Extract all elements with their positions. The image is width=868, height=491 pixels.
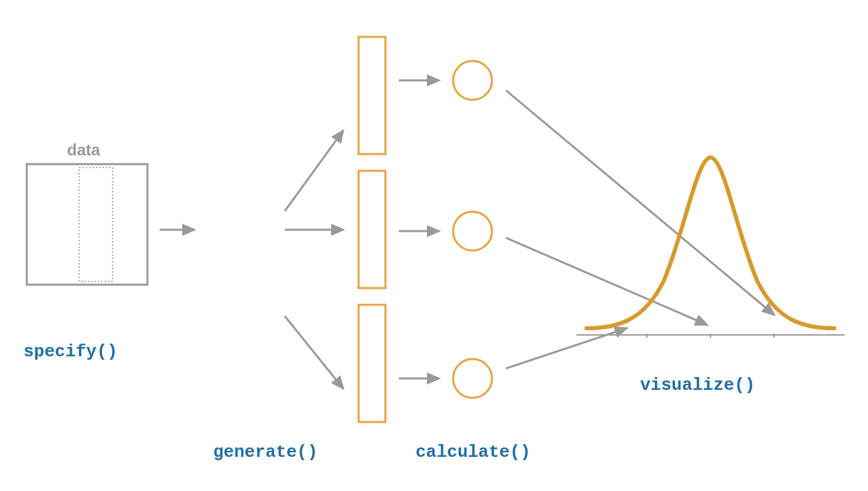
pipeline-diagram <box>0 0 868 491</box>
stat-circle-2 <box>453 212 492 251</box>
arrow-gen-top <box>285 131 343 211</box>
arrow-viz-mid <box>506 238 707 325</box>
svg-rect-1 <box>27 164 147 285</box>
sample-rect-1 <box>359 37 385 154</box>
specify-label: specify() <box>23 342 117 362</box>
arrow-gen-bot <box>285 316 343 389</box>
data-label: data <box>67 141 100 159</box>
visualize-label: visualize() <box>640 375 755 395</box>
bell-curve <box>586 157 834 328</box>
stat-circle-3 <box>453 359 492 398</box>
stat-circle-1 <box>453 61 492 100</box>
arrow-viz-top <box>506 90 774 315</box>
svg-rect-2 <box>79 167 113 281</box>
sample-rect-3 <box>359 305 385 422</box>
sample-rect-2 <box>359 171 385 288</box>
generate-label: generate() <box>213 442 318 462</box>
data-box <box>27 164 147 285</box>
calculate-label: calculate() <box>416 442 531 462</box>
